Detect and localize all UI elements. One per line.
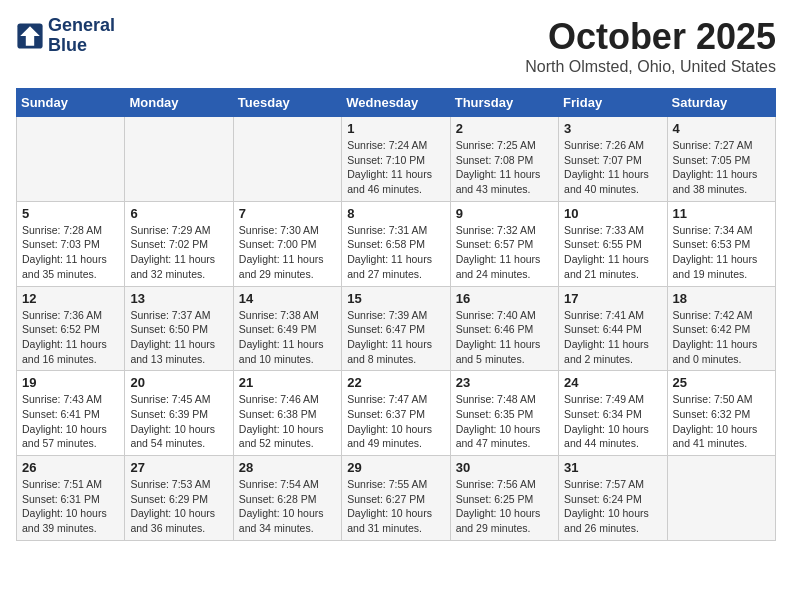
day-number: 31 <box>564 460 661 475</box>
day-info: Sunrise: 7:41 AMSunset: 6:44 PMDaylight:… <box>564 308 661 367</box>
calendar-cell-4-3: 21Sunrise: 7:46 AMSunset: 6:38 PMDayligh… <box>233 371 341 456</box>
calendar-cell-5-6: 31Sunrise: 7:57 AMSunset: 6:24 PMDayligh… <box>559 456 667 541</box>
day-info: Sunrise: 7:42 AMSunset: 6:42 PMDaylight:… <box>673 308 770 367</box>
calendar-cell-1-4: 1Sunrise: 7:24 AMSunset: 7:10 PMDaylight… <box>342 117 450 202</box>
calendar-week-3: 12Sunrise: 7:36 AMSunset: 6:52 PMDayligh… <box>17 286 776 371</box>
calendar-cell-1-1 <box>17 117 125 202</box>
day-info: Sunrise: 7:26 AMSunset: 7:07 PMDaylight:… <box>564 138 661 197</box>
calendar-subtitle: North Olmsted, Ohio, United States <box>525 58 776 76</box>
calendar-week-2: 5Sunrise: 7:28 AMSunset: 7:03 PMDaylight… <box>17 201 776 286</box>
weekday-header-friday: Friday <box>559 89 667 117</box>
calendar-cell-3-5: 16Sunrise: 7:40 AMSunset: 6:46 PMDayligh… <box>450 286 558 371</box>
day-info: Sunrise: 7:40 AMSunset: 6:46 PMDaylight:… <box>456 308 553 367</box>
weekday-header-monday: Monday <box>125 89 233 117</box>
day-number: 26 <box>22 460 119 475</box>
calendar-cell-2-1: 5Sunrise: 7:28 AMSunset: 7:03 PMDaylight… <box>17 201 125 286</box>
day-info: Sunrise: 7:57 AMSunset: 6:24 PMDaylight:… <box>564 477 661 536</box>
calendar-cell-4-2: 20Sunrise: 7:45 AMSunset: 6:39 PMDayligh… <box>125 371 233 456</box>
weekday-header-sunday: Sunday <box>17 89 125 117</box>
day-info: Sunrise: 7:32 AMSunset: 6:57 PMDaylight:… <box>456 223 553 282</box>
day-number: 7 <box>239 206 336 221</box>
day-info: Sunrise: 7:46 AMSunset: 6:38 PMDaylight:… <box>239 392 336 451</box>
calendar-cell-1-5: 2Sunrise: 7:25 AMSunset: 7:08 PMDaylight… <box>450 117 558 202</box>
day-info: Sunrise: 7:51 AMSunset: 6:31 PMDaylight:… <box>22 477 119 536</box>
calendar-cell-3-4: 15Sunrise: 7:39 AMSunset: 6:47 PMDayligh… <box>342 286 450 371</box>
calendar-cell-5-3: 28Sunrise: 7:54 AMSunset: 6:28 PMDayligh… <box>233 456 341 541</box>
calendar-cell-5-1: 26Sunrise: 7:51 AMSunset: 6:31 PMDayligh… <box>17 456 125 541</box>
calendar-title: October 2025 <box>525 16 776 58</box>
day-number: 11 <box>673 206 770 221</box>
day-info: Sunrise: 7:54 AMSunset: 6:28 PMDaylight:… <box>239 477 336 536</box>
logo-icon <box>16 22 44 50</box>
calendar-cell-2-7: 11Sunrise: 7:34 AMSunset: 6:53 PMDayligh… <box>667 201 775 286</box>
calendar-cell-2-3: 7Sunrise: 7:30 AMSunset: 7:00 PMDaylight… <box>233 201 341 286</box>
day-number: 28 <box>239 460 336 475</box>
title-block: October 2025 North Olmsted, Ohio, United… <box>525 16 776 76</box>
day-number: 15 <box>347 291 444 306</box>
day-info: Sunrise: 7:31 AMSunset: 6:58 PMDaylight:… <box>347 223 444 282</box>
day-info: Sunrise: 7:27 AMSunset: 7:05 PMDaylight:… <box>673 138 770 197</box>
day-info: Sunrise: 7:38 AMSunset: 6:49 PMDaylight:… <box>239 308 336 367</box>
day-number: 4 <box>673 121 770 136</box>
day-number: 13 <box>130 291 227 306</box>
page-header: General Blue October 2025 North Olmsted,… <box>16 16 776 76</box>
calendar-table: SundayMondayTuesdayWednesdayThursdayFrid… <box>16 88 776 541</box>
day-number: 30 <box>456 460 553 475</box>
calendar-cell-2-2: 6Sunrise: 7:29 AMSunset: 7:02 PMDaylight… <box>125 201 233 286</box>
day-info: Sunrise: 7:39 AMSunset: 6:47 PMDaylight:… <box>347 308 444 367</box>
weekday-header-row: SundayMondayTuesdayWednesdayThursdayFrid… <box>17 89 776 117</box>
day-number: 20 <box>130 375 227 390</box>
day-number: 2 <box>456 121 553 136</box>
day-number: 29 <box>347 460 444 475</box>
weekday-header-tuesday: Tuesday <box>233 89 341 117</box>
day-number: 27 <box>130 460 227 475</box>
calendar-cell-5-2: 27Sunrise: 7:53 AMSunset: 6:29 PMDayligh… <box>125 456 233 541</box>
calendar-week-1: 1Sunrise: 7:24 AMSunset: 7:10 PMDaylight… <box>17 117 776 202</box>
calendar-cell-3-7: 18Sunrise: 7:42 AMSunset: 6:42 PMDayligh… <box>667 286 775 371</box>
weekday-header-wednesday: Wednesday <box>342 89 450 117</box>
day-info: Sunrise: 7:29 AMSunset: 7:02 PMDaylight:… <box>130 223 227 282</box>
day-info: Sunrise: 7:55 AMSunset: 6:27 PMDaylight:… <box>347 477 444 536</box>
calendar-cell-5-5: 30Sunrise: 7:56 AMSunset: 6:25 PMDayligh… <box>450 456 558 541</box>
day-info: Sunrise: 7:28 AMSunset: 7:03 PMDaylight:… <box>22 223 119 282</box>
day-number: 16 <box>456 291 553 306</box>
calendar-cell-4-4: 22Sunrise: 7:47 AMSunset: 6:37 PMDayligh… <box>342 371 450 456</box>
day-number: 5 <box>22 206 119 221</box>
day-number: 18 <box>673 291 770 306</box>
calendar-cell-4-7: 25Sunrise: 7:50 AMSunset: 6:32 PMDayligh… <box>667 371 775 456</box>
day-info: Sunrise: 7:56 AMSunset: 6:25 PMDaylight:… <box>456 477 553 536</box>
day-number: 17 <box>564 291 661 306</box>
day-info: Sunrise: 7:37 AMSunset: 6:50 PMDaylight:… <box>130 308 227 367</box>
calendar-cell-5-4: 29Sunrise: 7:55 AMSunset: 6:27 PMDayligh… <box>342 456 450 541</box>
day-number: 19 <box>22 375 119 390</box>
weekday-header-thursday: Thursday <box>450 89 558 117</box>
calendar-cell-3-2: 13Sunrise: 7:37 AMSunset: 6:50 PMDayligh… <box>125 286 233 371</box>
day-number: 10 <box>564 206 661 221</box>
day-number: 8 <box>347 206 444 221</box>
day-number: 23 <box>456 375 553 390</box>
day-number: 9 <box>456 206 553 221</box>
day-info: Sunrise: 7:50 AMSunset: 6:32 PMDaylight:… <box>673 392 770 451</box>
calendar-cell-4-5: 23Sunrise: 7:48 AMSunset: 6:35 PMDayligh… <box>450 371 558 456</box>
day-info: Sunrise: 7:47 AMSunset: 6:37 PMDaylight:… <box>347 392 444 451</box>
calendar-cell-2-6: 10Sunrise: 7:33 AMSunset: 6:55 PMDayligh… <box>559 201 667 286</box>
calendar-cell-3-6: 17Sunrise: 7:41 AMSunset: 6:44 PMDayligh… <box>559 286 667 371</box>
day-info: Sunrise: 7:30 AMSunset: 7:00 PMDaylight:… <box>239 223 336 282</box>
calendar-cell-1-6: 3Sunrise: 7:26 AMSunset: 7:07 PMDaylight… <box>559 117 667 202</box>
day-number: 24 <box>564 375 661 390</box>
day-number: 25 <box>673 375 770 390</box>
day-info: Sunrise: 7:25 AMSunset: 7:08 PMDaylight:… <box>456 138 553 197</box>
day-number: 3 <box>564 121 661 136</box>
calendar-cell-1-3 <box>233 117 341 202</box>
calendar-week-5: 26Sunrise: 7:51 AMSunset: 6:31 PMDayligh… <box>17 456 776 541</box>
day-info: Sunrise: 7:34 AMSunset: 6:53 PMDaylight:… <box>673 223 770 282</box>
day-info: Sunrise: 7:43 AMSunset: 6:41 PMDaylight:… <box>22 392 119 451</box>
logo-text: General Blue <box>48 16 115 56</box>
calendar-cell-2-4: 8Sunrise: 7:31 AMSunset: 6:58 PMDaylight… <box>342 201 450 286</box>
calendar-week-4: 19Sunrise: 7:43 AMSunset: 6:41 PMDayligh… <box>17 371 776 456</box>
calendar-cell-5-7 <box>667 456 775 541</box>
day-info: Sunrise: 7:36 AMSunset: 6:52 PMDaylight:… <box>22 308 119 367</box>
calendar-cell-4-1: 19Sunrise: 7:43 AMSunset: 6:41 PMDayligh… <box>17 371 125 456</box>
day-number: 14 <box>239 291 336 306</box>
day-number: 22 <box>347 375 444 390</box>
